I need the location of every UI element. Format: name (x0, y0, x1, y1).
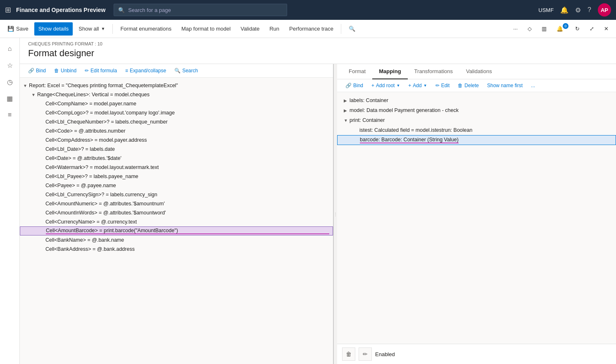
tree-item[interactable]: Cell<BankAddress> = @.bank.address (20, 245, 333, 254)
tree-item[interactable]: Cell<CompName> = model.payer.name (20, 99, 333, 108)
mapping-item-label: barcode: Barcode: Container (String Valu… (360, 137, 459, 143)
avatar[interactable]: AP (598, 3, 611, 17)
expand-icon: ≡ (125, 68, 128, 74)
tree-item-label: Cell<Lbl_Date>? = labels.date (45, 146, 330, 152)
tree-item[interactable]: Cell<CurrencyName> = @.currency.text (20, 217, 333, 226)
edit-button[interactable]: ✏ Edit (432, 81, 453, 90)
expand-arrow-icon: ▼ (344, 118, 350, 123)
search-toolbar-button[interactable]: 🔍 (345, 22, 359, 36)
sidebar-icon-clock[interactable]: ◷ (2, 74, 17, 89)
tree-item[interactable]: Cell<AmountNumeric> = @.attributes.'$amo… (20, 199, 333, 208)
chevron-down-icon: ▼ (101, 26, 105, 31)
tree-item[interactable]: Cell<AmountBarcode> = print.barcode("Amo… (20, 226, 333, 236)
tree-item-label: Range<ChequeLines>: Vertical = model.che… (37, 92, 330, 98)
tab-mapping[interactable]: Mapping (372, 64, 407, 79)
format-enumerations-button[interactable]: Format enumerations (116, 22, 176, 36)
settings-icon[interactable]: ⚙ (575, 6, 581, 14)
tree-item[interactable]: ▼Report: Excel = "Cheques printing forma… (20, 81, 333, 90)
app-grid-icon[interactable]: ⊞ (5, 5, 11, 14)
diamond-icon-button[interactable]: ◇ (523, 22, 536, 36)
tree-item[interactable]: Cell<Code> = @.attributes.number (20, 126, 333, 136)
tree-item[interactable]: Cell<CompAddress> = model.payer.address (20, 136, 333, 145)
unbind-button[interactable]: 🗑 Unbind (51, 67, 80, 75)
tab-validations[interactable]: Validations (459, 64, 499, 79)
run-button[interactable]: Run (265, 22, 283, 36)
mapping-item[interactable]: ▶labels: Container (337, 95, 616, 105)
tab-format[interactable]: Format (342, 64, 372, 79)
add-root-icon: + (371, 83, 374, 88)
tree-item-label: Cell<Watermark>? = model.layout.watermar… (45, 164, 330, 170)
save-button[interactable]: 💾 Save (3, 22, 33, 36)
bind-button[interactable]: 🔗 Bind (25, 67, 49, 75)
search-left-button[interactable]: 🔍 Search (171, 67, 201, 75)
tree-item[interactable]: Cell<CompLogo>? = model.layout.'company … (20, 108, 333, 117)
edit-formula-button[interactable]: ✏ Edit formula (81, 67, 120, 75)
tree-item[interactable]: Cell<Watermark>? = model.layout.watermar… (20, 163, 333, 172)
add-root-button[interactable]: + Add root ▼ (368, 81, 403, 90)
tree-item-label: Cell<Date> = @.attributes.'$date' (45, 155, 330, 161)
mapping-tree: ▶labels: Container▶model: Data model Pay… (337, 92, 616, 344)
columns-icon-button[interactable]: ▥ (538, 22, 551, 36)
more-options-button[interactable]: ··· (509, 22, 522, 36)
global-search-bar[interactable]: 🔍 Search for a page (114, 4, 287, 16)
tree-item[interactable]: Cell<AmountInWords> = @.attributes.'$amo… (20, 208, 333, 217)
mapping-item[interactable]: ▶model: Data model Payment generation - … (337, 105, 616, 115)
page-title: Format designer (28, 48, 608, 59)
show-name-first-button[interactable]: Show name first (484, 81, 526, 90)
tree-item[interactable]: Cell<Lbl_Date>? = labels.date (20, 145, 333, 154)
tree-item-label: Cell<CompLogo>? = model.layout.'company … (45, 110, 330, 116)
tree-item-label: Cell<AmountInWords> = @.attributes.'$amo… (45, 210, 330, 216)
open-new-button[interactable]: ⤢ (585, 22, 598, 36)
show-all-button[interactable]: Show all ▼ (74, 22, 109, 36)
tree-item[interactable]: Cell<Payee> = @.payee.name (20, 181, 333, 190)
bottom-edit-button[interactable]: ✏ (359, 347, 372, 361)
tree-item-label: Cell<Lbl_CurrencySign>? = labels.currenc… (45, 192, 330, 197)
mapping-item-label: print: Container (350, 117, 385, 123)
expand-collapse-button[interactable]: ≡ Expand/collapse (122, 67, 169, 75)
app-title: Finance and Operations Preview (16, 7, 105, 13)
unbind-icon: 🗑 (54, 68, 59, 74)
validate-button[interactable]: Validate (236, 22, 264, 36)
mapping-item[interactable]: istest: Calculated field = model.istestr… (337, 125, 616, 135)
notification-icon[interactable]: 🔔 (560, 6, 568, 14)
mapping-item-label: labels: Container (350, 98, 388, 103)
sidebar-icon-list[interactable]: ≡ (2, 107, 17, 122)
performance-trace-button[interactable]: Performance trace (285, 22, 338, 36)
show-details-button[interactable]: Show details (34, 22, 73, 36)
mapping-item-label: model: Data model Payment generation - c… (350, 107, 459, 113)
notification-badge-button[interactable]: 🔔0 (552, 22, 569, 36)
refresh-button[interactable]: ↻ (571, 22, 584, 36)
bind-icon: 🔗 (28, 68, 34, 74)
sidebar-icon-calendar[interactable]: ▦ (2, 91, 17, 106)
right-panel-toolbar: 🔗 Bind + Add root ▼ + Add ▼ ✏ (337, 79, 616, 92)
tree-item[interactable]: Cell<Lbl_CurrencySign>? = labels.currenc… (20, 190, 333, 199)
tabs-bar: Format Mapping Transformations Validatio… (337, 64, 616, 79)
panel-splitter[interactable]: ⋮ (334, 64, 337, 364)
bottom-delete-button[interactable]: 🗑 (342, 347, 355, 361)
tree-item[interactable]: ▼Range<ChequeLines>: Vertical = model.ch… (20, 90, 333, 99)
sidebar-icon-star[interactable]: ☆ (2, 58, 17, 73)
delete-button[interactable]: 🗑 Delete (454, 81, 482, 90)
tree-item[interactable]: Cell<Date> = @.attributes.'$date' (20, 154, 333, 163)
more-right-button[interactable]: ... (528, 81, 538, 90)
tree-item[interactable]: Cell<BankName> = @.bank.name (20, 236, 333, 245)
mapping-item[interactable]: ▼print: Container (337, 115, 616, 125)
add-button[interactable]: + Add ▼ (405, 81, 430, 90)
right-bind-button[interactable]: 🔗 Bind (342, 81, 366, 90)
breadcrumb: CHEQUES PRINTING FORMAT : 10 (28, 41, 608, 46)
map-format-button[interactable]: Map format to model (177, 22, 235, 36)
edit-icon: ✏ (435, 83, 440, 88)
left-panel: 🔗 Bind 🗑 Unbind ✏ Edit formula ≡ Expand/… (20, 64, 334, 364)
add-icon: + (408, 83, 411, 88)
command-bar: 💾 Save Show details Show all ▼ Format en… (0, 20, 616, 38)
sidebar-icon-home[interactable]: ⌂ (2, 41, 17, 56)
mapping-item[interactable]: barcode: Barcode: Container (String Valu… (337, 135, 616, 145)
close-button[interactable]: ✕ (600, 22, 613, 36)
tree-item[interactable]: Cell<Lbl_ChequeNumber>? = labels.cheque_… (20, 117, 333, 126)
help-icon[interactable]: ? (587, 6, 591, 14)
tree-item[interactable]: Cell<Lbl_Payee>? = labels.payee_name (20, 172, 333, 181)
add-chevron: ▼ (423, 83, 427, 88)
expand-arrow-icon: ▶ (344, 108, 350, 113)
tree-item-label: Report: Excel = "Cheques printing format… (29, 83, 330, 88)
tab-transformations[interactable]: Transformations (408, 64, 459, 79)
